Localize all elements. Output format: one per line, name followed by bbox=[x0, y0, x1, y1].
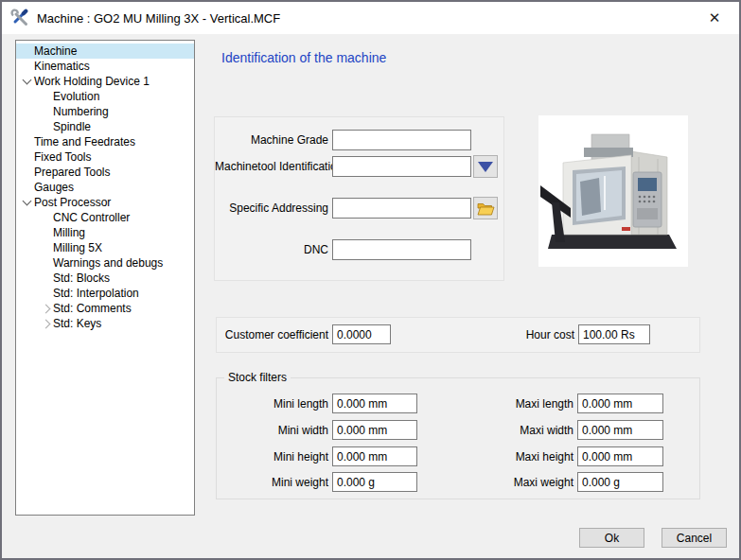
chevron-right-icon[interactable] bbox=[39, 321, 53, 327]
machine-grade-label: Machine Grade bbox=[215, 133, 328, 147]
tree-item-std-interpolation[interactable]: Std: Interpolation bbox=[16, 286, 194, 301]
machinetool-identification-input[interactable] bbox=[332, 156, 471, 177]
machinetool-identification-label: Machinetool Identification bbox=[215, 160, 328, 173]
specific-addressing-label: Specific Addressing bbox=[215, 201, 328, 215]
titlebar: Machine : GO2 MU Milling 3X - Vertical.M… bbox=[2, 2, 739, 34]
stock-filters-group: Stock filters Mini length Mini width Min… bbox=[216, 377, 700, 499]
mini-weight-label: Mini weight bbox=[217, 476, 328, 489]
hour-cost-input[interactable] bbox=[578, 324, 650, 344]
tree-item-prepared-tools[interactable]: Prepared Tools bbox=[16, 165, 194, 180]
browse-folder-button[interactable] bbox=[473, 197, 498, 219]
close-icon[interactable]: ✕ bbox=[699, 2, 730, 34]
page-title: Identification of the machine bbox=[221, 50, 386, 65]
tree-item-spindle[interactable]: Spindle bbox=[16, 119, 194, 134]
stock-filters-legend: Stock filters bbox=[224, 371, 291, 384]
tree-item-kinematics[interactable]: Kinematics bbox=[16, 59, 194, 74]
tree-item-std-comments[interactable]: Std: Comments bbox=[16, 301, 194, 316]
chevron-down-icon[interactable] bbox=[20, 79, 34, 83]
tree-item-machine[interactable]: Machine bbox=[16, 44, 194, 59]
mini-length-label: Mini length bbox=[217, 397, 328, 411]
window-title: Machine : GO2 MU Milling 3X - Vertical.M… bbox=[37, 11, 280, 26]
maxi-width-input[interactable] bbox=[577, 420, 663, 440]
crossed-tools-icon bbox=[10, 9, 29, 27]
folder-icon bbox=[477, 201, 495, 216]
maxi-length-input[interactable] bbox=[577, 394, 663, 413]
tree-item-post-processor[interactable]: Post Processor bbox=[16, 195, 194, 210]
tree-item-gauges[interactable]: Gauges bbox=[16, 180, 194, 195]
maxi-weight-input[interactable] bbox=[577, 472, 663, 492]
machinetool-dropdown-button[interactable] bbox=[473, 155, 498, 178]
mini-height-input[interactable] bbox=[332, 446, 417, 466]
machine-grade-input[interactable] bbox=[332, 130, 471, 150]
tree-item-work-holding-device-1[interactable]: Work Holding Device 1 bbox=[16, 74, 194, 89]
mini-weight-input[interactable] bbox=[332, 472, 417, 492]
tree-item-time-and-feedrates[interactable]: Time and Feedrates bbox=[16, 134, 194, 149]
tree-item-cnc-controller[interactable]: CNC Controller bbox=[16, 210, 194, 225]
dnc-label: DNC bbox=[215, 243, 328, 256]
mini-height-label: Mini height bbox=[217, 450, 328, 464]
specific-addressing-input[interactable] bbox=[332, 198, 471, 219]
tree-item-fixed-tools[interactable]: Fixed Tools bbox=[16, 149, 194, 165]
maxi-height-label: Maxi height bbox=[462, 450, 573, 464]
identification-group: Machine Grade Machinetool Identification… bbox=[214, 116, 504, 281]
mini-width-input[interactable] bbox=[332, 420, 417, 440]
customer-coefficient-label: Customer coefficient bbox=[217, 328, 328, 341]
maxi-weight-label: Maxi weight bbox=[462, 476, 573, 489]
chevron-right-icon[interactable] bbox=[39, 306, 53, 312]
hour-cost-label: Hour cost bbox=[463, 328, 574, 341]
maxi-width-label: Maxi width bbox=[462, 424, 573, 437]
mini-length-input[interactable] bbox=[332, 394, 417, 413]
tree-item-evolution[interactable]: Evolution bbox=[16, 89, 194, 104]
mini-width-label: Mini width bbox=[217, 424, 328, 437]
machine-photo bbox=[538, 115, 688, 267]
tree-item-std-blocks[interactable]: Std: Blocks bbox=[16, 271, 194, 286]
cancel-button[interactable]: Cancel bbox=[662, 528, 727, 548]
maxi-height-input[interactable] bbox=[577, 446, 663, 466]
dnc-input[interactable] bbox=[332, 239, 471, 260]
tree-item-milling-5x[interactable]: Milling 5X bbox=[16, 240, 194, 255]
costs-group: Customer coefficient Hour cost bbox=[216, 317, 700, 353]
chevron-down-icon[interactable] bbox=[20, 201, 34, 204]
ok-button[interactable]: Ok bbox=[579, 528, 644, 548]
maxi-length-label: Maxi length bbox=[462, 397, 573, 411]
customer-coefficient-input[interactable] bbox=[332, 324, 391, 344]
tree-item-std-keys[interactable]: Std: Keys bbox=[16, 316, 194, 331]
machine-dialog: Machine : GO2 MU Milling 3X - Vertical.M… bbox=[0, 0, 741, 560]
tree-item-numbering[interactable]: Numbering bbox=[16, 104, 194, 119]
dropdown-icon bbox=[478, 162, 493, 172]
settings-tree: Machine Kinematics Work Holding Device 1… bbox=[15, 40, 195, 516]
tree-item-warnings-and-debugs[interactable]: Warnings and debugs bbox=[16, 255, 194, 271]
tree-item-milling[interactable]: Milling bbox=[16, 225, 194, 240]
